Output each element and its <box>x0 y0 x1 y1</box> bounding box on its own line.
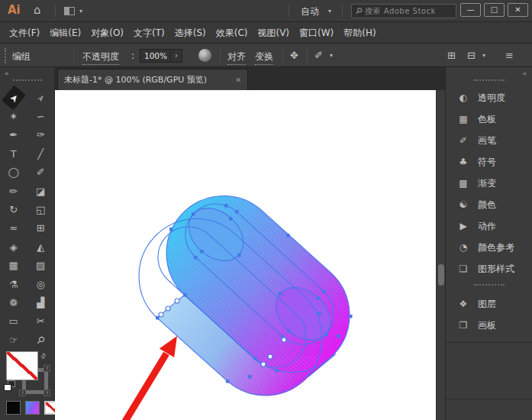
transform-again-icon[interactable]: ✥ <box>290 50 298 61</box>
gradient-tool[interactable]: ▨ <box>27 257 55 275</box>
arrange-documents-icon[interactable]: ⊟ <box>467 50 476 61</box>
panel-item-label: 画板 <box>478 319 496 332</box>
paintbrush-tool[interactable]: ✐ <box>27 163 55 182</box>
ellipse-tool[interactable]: ◯ <box>0 163 27 182</box>
panel-item-label: 色板 <box>478 113 496 126</box>
pen-tool[interactable]: ✒ <box>0 126 27 144</box>
blend-tool[interactable]: ◎ <box>27 275 55 293</box>
type-tool[interactable]: T <box>0 144 27 163</box>
swatch-corner-marker: ? <box>44 389 50 396</box>
vertical-scrollbar[interactable] <box>436 90 445 420</box>
menu-file[interactable]: 文件(F) <box>9 27 40 40</box>
divider <box>342 5 343 17</box>
panel-item-label: 符号 <box>478 156 496 169</box>
minimize-button[interactable]: — <box>460 3 481 17</box>
color-mode-button[interactable] <box>6 401 21 415</box>
menu-view[interactable]: 视图(V) <box>257 27 289 40</box>
dock-group-divider[interactable] <box>474 284 505 286</box>
workspace-layout-icon[interactable] <box>64 7 75 15</box>
scrollbar-thumb[interactable] <box>438 264 444 286</box>
panel-item-symbols[interactable]: ♣ 符号 <box>446 151 532 173</box>
line-segment-tool[interactable]: ╱ <box>27 144 55 163</box>
panel-item-color[interactable]: ☯ 颜色 <box>446 194 532 215</box>
shaper-tool[interactable]: ✏ <box>0 182 27 200</box>
lasso-tool[interactable]: ∽ <box>27 107 55 125</box>
gpu-mode-dropdown[interactable]: 自动 <box>301 5 319 18</box>
fill-swatch-none[interactable] <box>6 351 38 380</box>
free-transform-tool[interactable]: ⊞ <box>27 219 55 237</box>
symbol-sprayer-tool[interactable]: ❁ <box>0 293 27 312</box>
magic-wand-tool[interactable]: ✶ <box>0 107 27 125</box>
panel-menu-icon[interactable]: ≡ <box>505 50 514 61</box>
default-swatches-icon[interactable] <box>4 384 11 391</box>
mesh-tool[interactable]: ▦ <box>0 257 27 275</box>
panel-item-brushes[interactable]: ✐ 画笔 <box>446 130 532 151</box>
recolor-artwork-icon[interactable] <box>198 49 211 62</box>
home-icon[interactable]: ⌂ <box>34 3 41 17</box>
transform-link[interactable]: 变换 <box>255 50 273 65</box>
menu-edit[interactable]: 编辑(E) <box>50 27 81 40</box>
panel-item-label: 图形样式 <box>478 263 514 276</box>
drag-handle[interactable] <box>5 48 7 63</box>
hand-icon: ☞ <box>4 332 24 347</box>
annotation-arrow <box>124 336 177 420</box>
document-tab[interactable]: 未标题-1* @ 100% (RGB/GPU 预览) ✕ <box>57 69 248 90</box>
width-tool[interactable]: ≈ <box>0 219 27 237</box>
panel-item-actions[interactable]: ▶ 动作 <box>446 215 532 237</box>
panel-item-transparency[interactable]: ◐ 透明度 <box>446 87 532 108</box>
close-button[interactable]: ✕ <box>508 3 528 17</box>
selection-tool[interactable]: ➤ <box>0 89 27 107</box>
chevron-down-icon[interactable]: ▾ <box>79 8 82 15</box>
divider <box>307 48 308 63</box>
curvature-tool[interactable]: ✑ <box>27 126 55 144</box>
scale-tool[interactable]: ◱ <box>27 200 55 218</box>
divider <box>220 48 221 63</box>
search-input[interactable]: ⚲ 搜索 Adobe Stock <box>351 4 456 18</box>
menu-object[interactable]: 对象(O) <box>91 27 124 40</box>
shape-builder-tool[interactable]: ◈ <box>0 237 27 256</box>
direct-selection-tool[interactable]: ➢ <box>27 89 55 107</box>
divider <box>289 5 289 17</box>
collapse-panel-icon[interactable]: « <box>5 69 8 77</box>
workspace-grid-icon[interactable]: ⊞ <box>447 50 456 61</box>
app-logo[interactable]: Ai <box>8 3 21 17</box>
perspective-grid-tool[interactable]: ◭ <box>27 237 55 256</box>
color-guide-icon: ◔ <box>456 242 470 253</box>
shaper-options-icon[interactable]: ✐ <box>314 50 323 61</box>
eraser-tool[interactable]: ◪ <box>27 182 55 200</box>
opacity-dropdown-icon[interactable]: › <box>170 50 182 62</box>
drag-handle[interactable] <box>474 79 505 81</box>
mesh-icon: ▦ <box>4 258 24 273</box>
menu-type[interactable]: 文字(T) <box>134 27 165 40</box>
close-tab-icon[interactable]: ✕ <box>235 76 241 84</box>
panel-item-graphic-styles[interactable]: ❏ 图形样式 <box>446 258 532 279</box>
panel-item-layers[interactable]: ❖ 图层 <box>446 293 532 315</box>
rotate-tool[interactable]: ↻ <box>0 200 27 218</box>
menu-select[interactable]: 选择(S) <box>175 27 206 40</box>
gradient-mode-button[interactable] <box>25 401 40 415</box>
panel-item-swatches[interactable]: ▦ 色板 <box>446 108 532 130</box>
hand-tool[interactable]: ☞ <box>0 331 27 349</box>
panel-item-gradient[interactable]: ▩ 渐变 <box>446 173 532 194</box>
panel-item-artboards[interactable]: ❐ 画板 <box>446 315 532 336</box>
canvas[interactable] <box>55 90 436 420</box>
opacity-link[interactable]: 不透明度 <box>82 50 119 65</box>
chevron-down-icon[interactable]: ▾ <box>328 8 331 15</box>
menu-help[interactable]: 帮助(H) <box>343 27 376 40</box>
expand-panel-icon[interactable]: « <box>522 69 526 77</box>
drag-handle[interactable] <box>13 79 42 81</box>
eyedropper-tool[interactable]: ⚗ <box>0 275 27 293</box>
shape-builder-icon: ◈ <box>4 239 24 254</box>
chevron-down-icon[interactable]: ▾ <box>482 52 485 59</box>
column-graph-tool[interactable]: ▟ <box>27 293 55 312</box>
artboard-tool[interactable]: ▭ <box>0 312 27 331</box>
opacity-value[interactable]: 100% <box>140 50 170 62</box>
menu-effect[interactable]: 效果(C) <box>216 27 248 40</box>
chevron-down-icon[interactable]: ▾ <box>330 52 333 59</box>
opacity-field[interactable]: 100% › <box>140 49 182 63</box>
menu-window[interactable]: 窗口(W) <box>299 27 334 40</box>
panel-item-color-guide[interactable]: ◔ 颜色参考 <box>446 237 532 258</box>
panel-item-label: 画笔 <box>478 134 496 147</box>
align-link[interactable]: 对齐 <box>227 50 246 65</box>
maximize-button[interactable]: □ <box>484 3 505 17</box>
